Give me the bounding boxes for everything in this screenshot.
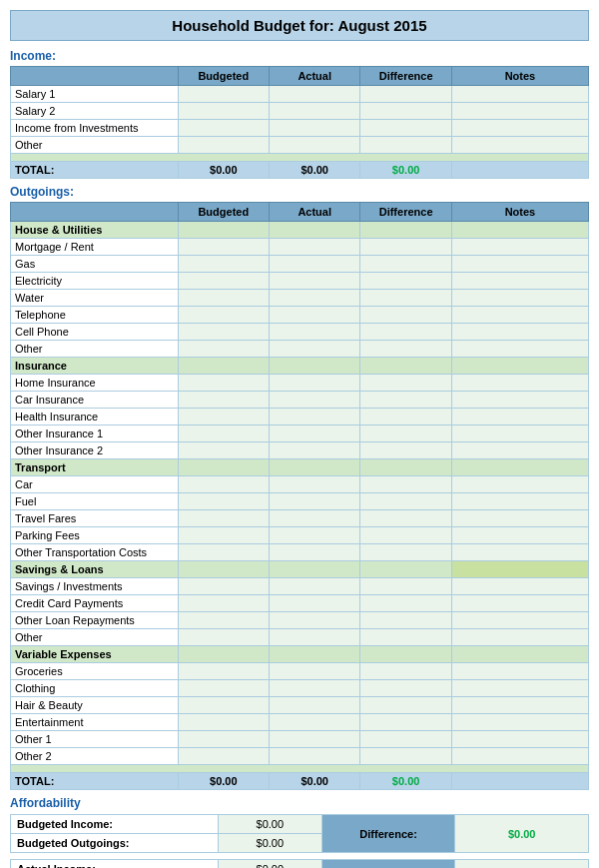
outgoings-row-actual[interactable] [270, 510, 360, 527]
outgoings-row-actual[interactable] [270, 375, 360, 392]
outgoings-row-actual[interactable] [270, 290, 360, 307]
outgoings-row-actual[interactable] [270, 527, 360, 544]
outgoings-row-actual[interactable] [270, 273, 360, 290]
outgoings-row-notes[interactable] [451, 409, 588, 426]
outgoings-row-actual[interactable] [270, 307, 360, 324]
outgoings-row-budgeted[interactable] [178, 748, 269, 765]
income-row-notes[interactable] [451, 137, 588, 154]
outgoings-row-notes[interactable] [451, 595, 588, 612]
outgoings-row-budgeted[interactable] [178, 527, 269, 544]
outgoings-row-notes[interactable] [451, 544, 588, 561]
outgoings-row-actual[interactable] [270, 324, 360, 341]
outgoings-row: Health Insurance [11, 409, 589, 426]
outgoings-row-budgeted[interactable] [178, 341, 269, 358]
outgoings-row-notes[interactable] [451, 341, 588, 358]
outgoings-row-actual[interactable] [270, 256, 360, 273]
outgoings-row-notes[interactable] [451, 426, 588, 442]
outgoings-row-actual[interactable] [270, 426, 360, 442]
outgoings-row-budgeted[interactable] [178, 680, 269, 697]
outgoings-row-notes[interactable] [451, 748, 588, 765]
income-row-notes[interactable] [451, 86, 588, 103]
outgoings-row-notes[interactable] [451, 510, 588, 527]
income-row-notes[interactable] [451, 120, 588, 137]
outgoings-row-notes[interactable] [451, 375, 588, 392]
outgoings-row-actual[interactable] [270, 663, 360, 680]
outgoings-row-budgeted[interactable] [178, 256, 269, 273]
outgoings-row-budgeted[interactable] [178, 578, 269, 595]
outgoings-row-actual[interactable] [270, 731, 360, 748]
outgoings-row-budgeted[interactable] [178, 731, 269, 748]
outgoings-row-actual[interactable] [270, 748, 360, 765]
outgoings-row-diff [360, 544, 451, 561]
outgoings-row-notes[interactable] [451, 680, 588, 697]
outgoings-row-budgeted[interactable] [178, 629, 269, 646]
outgoings-row-notes[interactable] [451, 612, 588, 629]
outgoings-row-budgeted[interactable] [178, 409, 269, 426]
outgoings-row-notes[interactable] [451, 290, 588, 307]
outgoings-row-notes[interactable] [451, 476, 588, 493]
income-row: Salary 2 [11, 103, 589, 120]
outgoings-row-actual[interactable] [270, 476, 360, 493]
outgoings-row-budgeted[interactable] [178, 239, 269, 256]
outgoings-row-budgeted[interactable] [178, 375, 269, 392]
outgoings-row-budgeted[interactable] [178, 273, 269, 290]
outgoings-category-header: Transport [11, 459, 589, 476]
outgoings-row-notes[interactable] [451, 629, 588, 646]
outgoings-row: Other Insurance 2 [11, 442, 589, 459]
outgoings-row-actual[interactable] [270, 714, 360, 731]
outgoings-row-notes[interactable] [451, 663, 588, 680]
outgoings-row-budgeted[interactable] [178, 595, 269, 612]
outgoings-row-budgeted[interactable] [178, 544, 269, 561]
outgoings-row-actual[interactable] [270, 578, 360, 595]
outgoings-row-budgeted[interactable] [178, 663, 269, 680]
outgoings-row-budgeted[interactable] [178, 442, 269, 459]
outgoings-row-notes[interactable] [451, 239, 588, 256]
outgoings-row-notes[interactable] [451, 578, 588, 595]
outgoings-row-budgeted[interactable] [178, 714, 269, 731]
outgoings-row-actual[interactable] [270, 409, 360, 426]
outgoings-row-budgeted[interactable] [178, 392, 269, 409]
outgoings-row-notes[interactable] [451, 714, 588, 731]
outgoings-row-actual[interactable] [270, 612, 360, 629]
outgoings-row-actual[interactable] [270, 595, 360, 612]
income-row-notes[interactable] [451, 103, 588, 120]
outgoings-row-actual[interactable] [270, 493, 360, 510]
outgoings-row-notes[interactable] [451, 307, 588, 324]
outgoings-row-notes[interactable] [451, 527, 588, 544]
outgoings-row-notes[interactable] [451, 324, 588, 341]
outgoings-row-notes[interactable] [451, 392, 588, 409]
outgoings-row-actual[interactable] [270, 239, 360, 256]
income-row-actual[interactable] [270, 86, 360, 103]
income-row-actual[interactable] [270, 120, 360, 137]
outgoings-row-notes[interactable] [451, 442, 588, 459]
income-row-budgeted[interactable] [178, 86, 269, 103]
outgoings-row-actual[interactable] [270, 544, 360, 561]
income-row-budgeted[interactable] [178, 137, 269, 154]
outgoings-row-actual[interactable] [270, 341, 360, 358]
outgoings-row-budgeted[interactable] [178, 612, 269, 629]
outgoings-row-budgeted[interactable] [178, 290, 269, 307]
outgoings-row-notes[interactable] [451, 697, 588, 714]
outgoings-row-actual[interactable] [270, 442, 360, 459]
income-row-budgeted[interactable] [178, 120, 269, 137]
income-row-budgeted[interactable] [178, 103, 269, 120]
outgoings-row-budgeted[interactable] [178, 426, 269, 442]
outgoings-row-budgeted[interactable] [178, 493, 269, 510]
outgoings-row-actual[interactable] [270, 629, 360, 646]
outgoings-row: Other 2 [11, 748, 589, 765]
outgoings-row-label: Clothing [11, 680, 179, 697]
income-row-actual[interactable] [270, 137, 360, 154]
income-row-actual[interactable] [270, 103, 360, 120]
outgoings-row-budgeted[interactable] [178, 307, 269, 324]
outgoings-row-actual[interactable] [270, 392, 360, 409]
outgoings-row-notes[interactable] [451, 493, 588, 510]
outgoings-row-notes[interactable] [451, 731, 588, 748]
outgoings-row-budgeted[interactable] [178, 324, 269, 341]
outgoings-row-actual[interactable] [270, 697, 360, 714]
outgoings-row-budgeted[interactable] [178, 476, 269, 493]
outgoings-row-budgeted[interactable] [178, 510, 269, 527]
outgoings-row-notes[interactable] [451, 256, 588, 273]
outgoings-row-notes[interactable] [451, 273, 588, 290]
outgoings-row-actual[interactable] [270, 680, 360, 697]
outgoings-row-budgeted[interactable] [178, 697, 269, 714]
